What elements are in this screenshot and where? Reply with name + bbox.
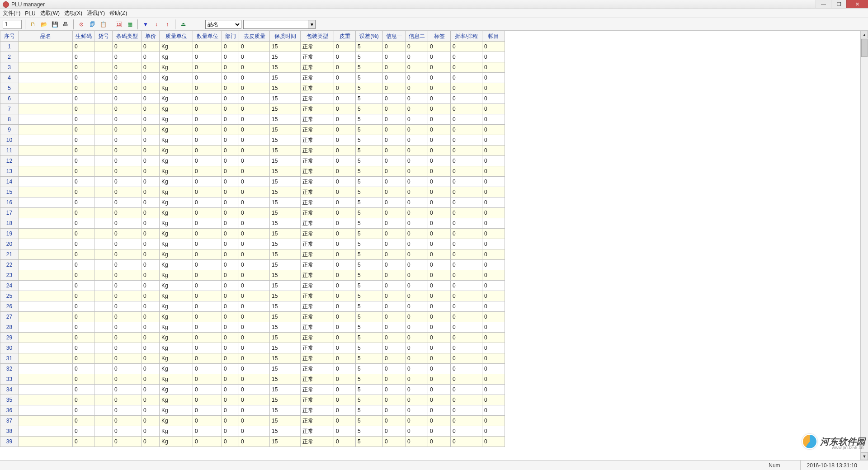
table-row[interactable]: 13000Kg00015正常0500000 xyxy=(0,166,505,177)
cell-qtyu[interactable]: 0 xyxy=(193,395,222,405)
cell-pwt[interactable]: 0 xyxy=(334,364,356,374)
cell-err[interactable]: 5 xyxy=(356,42,383,52)
table-row[interactable]: 19000Kg00015正常0500000 xyxy=(0,229,505,239)
cell-i2[interactable]: 0 xyxy=(406,260,428,270)
cell-i2[interactable]: 0 xyxy=(406,395,428,405)
cell-i1[interactable]: 0 xyxy=(383,405,406,416)
cell-acct[interactable]: 0 xyxy=(482,104,505,114)
cell-tare[interactable]: 0 xyxy=(239,270,270,281)
cell-pwt[interactable]: 0 xyxy=(334,114,356,125)
cell-i1[interactable]: 0 xyxy=(383,104,406,114)
cell-acct[interactable]: 0 xyxy=(482,42,505,52)
cell-massu[interactable]: Kg xyxy=(160,416,193,426)
cell-barcode[interactable]: 0 xyxy=(113,385,142,395)
cell-barcode[interactable]: 0 xyxy=(113,104,142,114)
cell-i2[interactable]: 0 xyxy=(406,62,428,73)
cell-massu[interactable]: Kg xyxy=(160,187,193,197)
cell-barcode[interactable]: 0 xyxy=(113,73,142,83)
cell-dept[interactable]: 0 xyxy=(222,197,239,208)
cell-barcode[interactable]: 0 xyxy=(113,166,142,177)
cell-seq[interactable]: 11 xyxy=(0,146,19,156)
cell-price[interactable]: 0 xyxy=(142,353,160,364)
cell-pack[interactable]: 正常 xyxy=(301,395,334,405)
cell-shelf[interactable]: 15 xyxy=(270,166,301,177)
cell-name[interactable] xyxy=(19,343,73,353)
cell-pack[interactable]: 正常 xyxy=(301,197,334,208)
cell-pack[interactable]: 正常 xyxy=(301,94,334,104)
cell-barcode[interactable]: 0 xyxy=(113,52,142,62)
cell-pack[interactable]: 正常 xyxy=(301,426,334,437)
cell-tare[interactable]: 0 xyxy=(239,385,270,395)
table-row[interactable]: 10000Kg00015正常0500000 xyxy=(0,135,505,146)
cell-price[interactable]: 0 xyxy=(142,301,160,312)
cell-i1[interactable]: 0 xyxy=(383,312,406,322)
cell-tare[interactable]: 0 xyxy=(239,416,270,426)
cell-err[interactable]: 5 xyxy=(356,291,383,301)
cell-acct[interactable]: 0 xyxy=(482,208,505,218)
cell-price[interactable]: 0 xyxy=(142,260,160,270)
cell-shelf[interactable]: 15 xyxy=(270,73,301,83)
cell-pwt[interactable]: 0 xyxy=(334,239,356,249)
menu-select[interactable]: 选取(W) xyxy=(40,9,60,17)
cell-tare[interactable]: 0 xyxy=(239,156,270,166)
cell-name[interactable] xyxy=(19,197,73,208)
cell-qtyu[interactable]: 0 xyxy=(193,239,222,249)
cell-disc[interactable]: 0 xyxy=(451,62,482,73)
cell-barcode[interactable]: 0 xyxy=(113,333,142,343)
cell-acct[interactable]: 0 xyxy=(482,146,505,156)
column-header-acct[interactable]: 帐目 xyxy=(482,31,505,42)
cell-price[interactable]: 0 xyxy=(142,239,160,249)
cell-err[interactable]: 5 xyxy=(356,52,383,62)
cell-price[interactable]: 0 xyxy=(142,104,160,114)
table-row[interactable]: 27000Kg00015正常0500000 xyxy=(0,312,505,322)
cell-pwt[interactable]: 0 xyxy=(334,83,356,94)
cell-tag[interactable]: 0 xyxy=(428,104,451,114)
cell-price[interactable]: 0 xyxy=(142,322,160,333)
cell-fresh[interactable]: 0 xyxy=(73,260,94,270)
cell-tare[interactable]: 0 xyxy=(239,260,270,270)
cell-dept[interactable]: 0 xyxy=(222,291,239,301)
save-icon[interactable]: 💾 xyxy=(50,20,59,29)
cell-i2[interactable]: 0 xyxy=(406,52,428,62)
cell-err[interactable]: 5 xyxy=(356,73,383,83)
cell-price[interactable]: 0 xyxy=(142,62,160,73)
cell-barcode[interactable]: 0 xyxy=(113,416,142,426)
cell-seq[interactable]: 30 xyxy=(0,343,19,353)
cell-acct[interactable]: 0 xyxy=(482,395,505,405)
cell-qtyu[interactable]: 0 xyxy=(193,229,222,239)
cell-qtyu[interactable]: 0 xyxy=(193,333,222,343)
column-header-tag[interactable]: 标签 xyxy=(428,31,451,42)
cell-i1[interactable]: 0 xyxy=(383,218,406,229)
column-header-barcode[interactable]: 条码类型 xyxy=(113,31,142,42)
cell-seq[interactable]: 19 xyxy=(0,229,19,239)
cell-acct[interactable]: 0 xyxy=(482,52,505,62)
cell-acct[interactable]: 0 xyxy=(482,83,505,94)
cell-i1[interactable]: 0 xyxy=(383,395,406,405)
cell-pwt[interactable]: 0 xyxy=(334,73,356,83)
cell-massu[interactable]: Kg xyxy=(160,146,193,156)
cell-err[interactable]: 5 xyxy=(356,239,383,249)
cell-i2[interactable]: 0 xyxy=(406,353,428,364)
cell-i1[interactable]: 0 xyxy=(383,197,406,208)
cell-acct[interactable]: 0 xyxy=(482,177,505,187)
cell-acct[interactable]: 0 xyxy=(482,197,505,208)
cell-qtyu[interactable]: 0 xyxy=(193,385,222,395)
cell-sku[interactable] xyxy=(94,281,113,291)
cell-i2[interactable]: 0 xyxy=(406,42,428,52)
cell-disc[interactable]: 0 xyxy=(451,312,482,322)
cell-name[interactable] xyxy=(19,333,73,343)
cell-i1[interactable]: 0 xyxy=(383,260,406,270)
cell-pack[interactable]: 正常 xyxy=(301,239,334,249)
cell-i2[interactable]: 0 xyxy=(406,73,428,83)
cell-disc[interactable]: 0 xyxy=(451,208,482,218)
cell-tare[interactable]: 0 xyxy=(239,312,270,322)
cell-shelf[interactable]: 15 xyxy=(270,83,301,94)
column-header-seq[interactable]: 序号 xyxy=(0,31,19,42)
cell-acct[interactable]: 0 xyxy=(482,364,505,374)
cell-fresh[interactable]: 0 xyxy=(73,364,94,374)
cell-fresh[interactable]: 0 xyxy=(73,62,94,73)
cell-err[interactable]: 5 xyxy=(356,187,383,197)
cell-shelf[interactable]: 15 xyxy=(270,437,301,447)
cell-i2[interactable]: 0 xyxy=(406,177,428,187)
cell-seq[interactable]: 24 xyxy=(0,281,19,291)
